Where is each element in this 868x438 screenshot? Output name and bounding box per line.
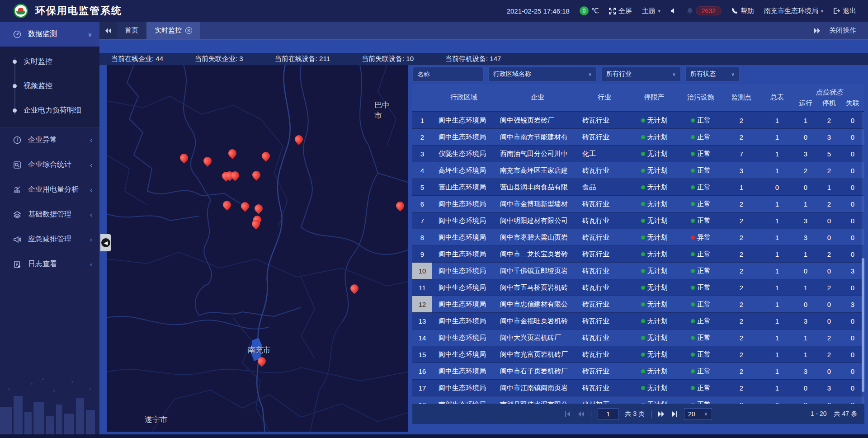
sidebar-subitem-视频监控[interactable]: 视频监控 [0, 74, 99, 98]
table-row[interactable]: 11阆中生态环境局阆中市五马桥页岩机砖砖瓦行业无计划正常21120 [412, 279, 864, 296]
table-row[interactable]: 6阆中生态环境局阆中市金博瑞新型墙材砖瓦行业无计划正常21120 [412, 196, 864, 212]
sidebar-item-6[interactable]: 应急减排管理‹ [0, 227, 99, 252]
industry-select[interactable]: 所有行业 ∨ [601, 67, 681, 81]
sidebar-subitem-label: 企业电力负荷明细 [24, 106, 81, 115]
table-row[interactable]: 2阆中生态环境局阆中市南方节能建材有砖瓦行业无计划正常21030 [412, 129, 864, 146]
map-pin[interactable] [396, 202, 404, 210]
header-right: 2021-02-25 17:46:18 0 ℃ 全屏 主题 ▾ [507, 6, 868, 15]
cell-monitor-count: 2 [722, 363, 760, 379]
cell-lost-count: 0 [841, 229, 864, 245]
sidebar-item-label: 企业异常 [28, 135, 57, 145]
map-pin[interactable] [295, 135, 303, 143]
tab-scroll-left-button[interactable] [99, 22, 117, 39]
tab-实时监控[interactable]: 实时监控✕ [146, 22, 200, 39]
help-button[interactable]: 帮助 [731, 7, 754, 15]
table-row[interactable]: 13阆中生态环境局阆中市金福旺页岩机砖砖瓦行业无计划正常21300 [412, 313, 864, 330]
table-row[interactable]: 3仪陇生态环境局西南油气田分公司川中化工无计划正常71350 [412, 146, 864, 162]
sidebar-item-5[interactable]: 基础数据管理‹ [0, 202, 99, 227]
cell-halt-count: 0 [817, 212, 841, 229]
status-dot [641, 286, 645, 290]
cell-run-count: 0 [794, 263, 817, 279]
map-roads-layer [107, 65, 408, 432]
sidebar-item-2[interactable]: 企业异常‹ [0, 127, 99, 152]
org-dropdown[interactable]: 南充市生态环境局 ▾ [764, 7, 823, 15]
cell-run-count: 0 [794, 396, 817, 404]
first-page-button[interactable] [565, 411, 571, 417]
table-row[interactable]: 18南部生态环境局南部县双佳水泥有限公建材加工无计划正常60060 [412, 396, 864, 404]
map-pin[interactable] [252, 220, 260, 228]
sidebar-subitem-实时监控[interactable]: 实时监控 [0, 49, 99, 74]
tab-close-icon[interactable]: ✕ [185, 27, 192, 34]
status-dot [691, 185, 695, 189]
status-dot [641, 202, 645, 206]
table-row[interactable]: 4高坪生态环境局南充市高坪区王家店建砖瓦行业无计划正常31220 [412, 162, 864, 179]
table-row[interactable]: 8阆中生态环境局阆中市枣碧大梁山页岩砖瓦行业无计划异常21300 [412, 229, 864, 246]
chevron-down-icon: ∨ [704, 411, 708, 417]
table-row[interactable]: 17阆中生态环境局阆中市江南镇阆南页岩砖瓦行业无计划正常21030 [412, 380, 864, 396]
table-row[interactable]: 5营山生态环境局营山县润丰肉食品有限食品无计划正常10010 [412, 179, 864, 196]
table-row[interactable]: 9阆中生态环境局阆中市二龙长宝页岩砖砖瓦行业无计划正常21120 [412, 246, 864, 263]
name-search-input[interactable] [412, 67, 484, 81]
theme-dropdown[interactable]: 主题 ▾ [642, 7, 660, 15]
page-number-input[interactable] [598, 408, 618, 420]
sidebar-item-label: 数据监测 [28, 29, 57, 39]
last-page-button[interactable] [671, 411, 678, 417]
page-size-select[interactable]: 20 ∨ [684, 408, 712, 420]
double-right-icon[interactable] [814, 28, 821, 34]
map-collapse-toggle[interactable]: ◀ [100, 234, 111, 251]
stat-item: 当前在线设备: 211 [275, 55, 330, 63]
logout-button[interactable]: 退出 [833, 7, 856, 15]
table-row[interactable]: 12阆中生态环境局阆中市忠信建材有限公砖瓦行业无计划正常21003 [412, 296, 864, 313]
tab-首页[interactable]: 首页 [117, 22, 146, 39]
table-row[interactable]: 16阆中生态环境局阆中市石子页岩机砖厂砖瓦行业无计划正常21300 [412, 363, 864, 380]
cell-monitor-count: 2 [722, 346, 760, 363]
cell-lost-count: 0 [841, 146, 864, 162]
table-row[interactable]: 14阆中生态环境局阆中大兴页岩机砖厂砖瓦行业无计划正常21120 [412, 330, 864, 346]
sidebar-item-4[interactable]: 企业用电量分析‹ [0, 177, 99, 202]
cell-industry: 砖瓦行业 [580, 246, 629, 262]
map-panel[interactable]: 巴中市南充市遂宁市 [107, 65, 408, 432]
map-pin[interactable] [252, 171, 260, 179]
map-pin[interactable] [255, 204, 263, 212]
table-row[interactable]: 10阆中生态环境局阆中千佛镇五郎垭页岩砖瓦行业无计划正常21003 [412, 263, 864, 279]
cell-halt-count: 3 [817, 380, 841, 396]
cell-index: 12 [412, 296, 432, 312]
sidebar-subitem-企业电力负荷明细[interactable]: 企业电力负荷明细 [0, 98, 99, 122]
temperature-unit: ℃ [591, 7, 599, 15]
prev-page-button[interactable] [577, 411, 585, 417]
table-row[interactable]: 1阆中生态环境局阆中强锐页岩砖厂砖瓦行业无计划正常21120 [412, 112, 864, 129]
sidebar-item-1[interactable]: 数据监测∨ [0, 22, 99, 47]
scrollbar-thumb[interactable] [862, 258, 864, 392]
map-pin[interactable] [228, 149, 236, 157]
cell-halt-count: 5 [817, 146, 841, 162]
map-pin[interactable] [258, 357, 266, 365]
map-pin[interactable] [223, 201, 231, 209]
fullscreen-button[interactable]: 全屏 [609, 7, 632, 15]
region-select-value: 行政区域名称 [493, 70, 531, 78]
close-operations-button[interactable]: 关闭操作 [829, 26, 856, 35]
map-pin[interactable] [262, 152, 270, 160]
map-pin[interactable] [231, 171, 239, 179]
status-select[interactable]: 所有状态 ∨ [685, 67, 740, 81]
region-select[interactable]: 行政区域名称 ∨ [488, 67, 597, 81]
table-row[interactable]: 15阆中生态环境局阆中市光富页岩机砖厂砖瓦行业无计划正常21120 [412, 346, 864, 363]
map-pin[interactable] [241, 202, 249, 210]
status-dot [641, 235, 645, 240]
megaphone-icon [13, 235, 22, 244]
map-pin[interactable] [203, 157, 212, 165]
next-page-button[interactable] [658, 411, 665, 417]
mute-button[interactable] [670, 8, 677, 14]
notifications[interactable]: 2632 [687, 6, 722, 15]
table-scrollbar[interactable] [862, 112, 864, 404]
sidebar-item-3[interactable]: 企业综合统计‹ [0, 152, 99, 177]
sidebar-item-7[interactable]: 日志查看‹ [0, 252, 99, 277]
cell-industry: 砖瓦行业 [580, 212, 629, 229]
cell-index: 3 [412, 146, 432, 162]
map-pin[interactable] [180, 154, 188, 162]
cell-index: 17 [412, 380, 432, 396]
cell-region: 阆中生态环境局 [432, 330, 495, 346]
cell-facility-status: 正常 [679, 212, 722, 229]
cell-lost-count: 0 [841, 162, 864, 179]
table-row[interactable]: 7阆中生态环境局阆中明阳建材有限公司砖瓦行业无计划正常21300 [412, 212, 864, 229]
map-pin[interactable] [350, 284, 359, 292]
